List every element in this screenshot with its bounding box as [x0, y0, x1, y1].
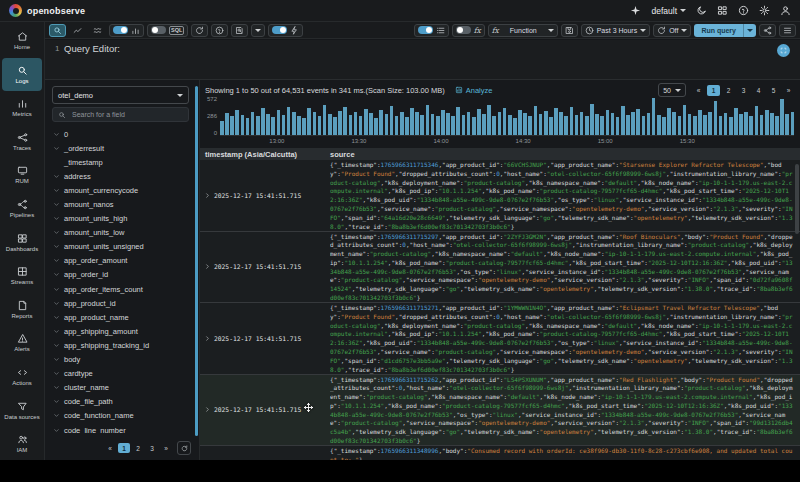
field-item-amount_nanos[interactable]: amount_nanos [45, 197, 194, 211]
visualize-button[interactable] [69, 24, 86, 37]
field-item-body[interactable]: body [45, 353, 194, 367]
chevron-right-icon[interactable] [204, 335, 211, 342]
saved-views-expand-button[interactable] [251, 24, 265, 37]
apps-icon[interactable] [717, 5, 728, 16]
table-row[interactable]: 2025-12-17 15:41:51.715{"_timestamp":176… [200, 160, 800, 232]
saved-views-button[interactable] [231, 24, 248, 37]
patterns-button[interactable] [89, 24, 106, 37]
wrap-lines-toggle[interactable] [418, 26, 433, 34]
pagination-page-5[interactable]: 5 [767, 85, 780, 96]
pagination-last[interactable]: » [160, 443, 172, 453]
pagination-first[interactable]: « [692, 85, 705, 96]
field-item-_orderresult[interactable]: _orderresult [45, 141, 194, 155]
user-profile-icon[interactable] [780, 5, 791, 16]
sidebar-item-reports[interactable]: Reports [2, 293, 42, 327]
field-item-code_file_path[interactable]: code_file_path [45, 395, 194, 409]
sidebar-item-data-sources[interactable]: Data sources [2, 394, 42, 428]
timestamp-column-header[interactable]: timestamp (Asia/Calcutta) [200, 150, 330, 159]
time-range-picker[interactable]: Past 3 Hours [581, 24, 650, 37]
menu-button[interactable] [779, 24, 796, 37]
chevron-right-icon[interactable] [204, 406, 211, 413]
pagination-page-4[interactable]: 4 [752, 85, 765, 96]
field-item-amount_currencycode[interactable]: amount_currencycode [45, 183, 194, 197]
stream-select[interactable]: otel_demo [52, 86, 189, 104]
pagination-page-3[interactable]: 3 [146, 443, 158, 453]
field-item-cardtype[interactable]: cardtype [45, 367, 194, 381]
field-item-app_shipping_tracking_id[interactable]: app_shipping_tracking_id [45, 338, 194, 352]
histogram-bar [585, 116, 589, 135]
sidebar-item-alerts[interactable]: Alerts [2, 326, 42, 360]
field-search-input[interactable] [70, 110, 183, 119]
save-function-button[interactable] [561, 24, 578, 37]
run-query-options[interactable] [743, 24, 756, 37]
source-column-header[interactable]: source [330, 150, 800, 159]
sidebar-item-actions[interactable]: Actions [2, 360, 42, 394]
sidebar-item-dashboards[interactable]: Dashboards [2, 226, 42, 260]
pagination-page-3[interactable]: 3 [737, 85, 750, 96]
share-button[interactable] [759, 24, 776, 37]
histogram-bars[interactable] [220, 98, 794, 136]
field-item-app_order_items_count[interactable]: app_order_items_count [45, 282, 194, 296]
field-item-app_order_amount[interactable]: app_order_amount [45, 254, 194, 268]
run-query-button[interactable]: Run query [694, 24, 756, 37]
page-size-select[interactable]: 50 [658, 83, 686, 97]
sidebar-item-home[interactable]: Home [2, 24, 42, 58]
theme-toggle-icon[interactable] [696, 5, 707, 16]
organization-select[interactable]: default [651, 6, 686, 16]
function-toggle[interactable] [456, 26, 471, 34]
sidebar-item-logs[interactable]: Logs [2, 58, 42, 92]
table-row[interactable]: 2025-12-17 15:41:51.715{"_timestamp":176… [200, 375, 800, 447]
reset-filters-button[interactable] [191, 24, 208, 37]
table-row[interactable]: 2025-12-17 15:41:51.715{"_timestamp":176… [200, 303, 800, 375]
field-item-app_product_id[interactable]: app_product_id [45, 296, 194, 310]
sidebar-item-traces[interactable]: Traces [2, 125, 42, 159]
histogram-toggle[interactable] [113, 26, 128, 34]
pagination-page-1[interactable]: 1 [707, 85, 720, 96]
sidebar-item-metrics[interactable]: Metrics [2, 91, 42, 125]
table-row[interactable]: {"_timestamp":1765966311348996,"body":"C… [200, 446, 800, 460]
field-item-cluster_name[interactable]: cluster_name [45, 381, 194, 395]
expand-editor-button[interactable] [777, 44, 790, 57]
row-timestamp: 2025-12-17 15:41:51.715 [214, 335, 301, 342]
field-item-amount_units_low[interactable]: amount_units_low [45, 226, 194, 240]
function-select[interactable]: fx Function [488, 24, 558, 37]
field-item-address[interactable]: address [45, 169, 194, 183]
pagination-last[interactable]: » [782, 85, 795, 96]
pagination-page-1[interactable]: 1 [118, 443, 130, 453]
results-scrollbar[interactable] [795, 164, 799, 234]
query-editor[interactable]: 1 Query Editor: [45, 40, 800, 80]
field-item-0[interactable]: 0 [45, 127, 194, 141]
histogram-bar [374, 118, 378, 135]
settings-gear-icon[interactable] [759, 5, 770, 16]
refresh-interval-picker[interactable]: Off [653, 24, 691, 37]
sidebar-item-iam[interactable]: IAM [2, 427, 42, 460]
field-item-amount_units_high[interactable]: amount_units_high [45, 212, 194, 226]
histogram-bar [528, 116, 532, 135]
field-item-app_shipping_amount[interactable]: app_shipping_amount [45, 324, 194, 338]
pagination-first[interactable]: « [104, 443, 116, 453]
help-button[interactable] [211, 24, 228, 37]
field-item-app_order_id[interactable]: app_order_id [45, 268, 194, 282]
chevron-right-icon[interactable] [204, 263, 211, 270]
sql-mode-toggle[interactable] [151, 26, 166, 34]
field-item-app_product_name[interactable]: app_product_name [45, 310, 194, 324]
pagination-page-2[interactable]: 2 [722, 85, 735, 96]
histogram-bar [770, 113, 774, 135]
field-item-amount_units_unsigned[interactable]: amount_units_unsigned [45, 240, 194, 254]
field-item-code_line_number[interactable]: code_line_number [45, 423, 194, 434]
field-item-_timestamp[interactable]: _timestamp [45, 155, 194, 169]
fields-scrollbar[interactable] [195, 86, 198, 436]
analyze-button[interactable]: Analyze [455, 86, 493, 95]
ai-assistant-icon[interactable] [630, 5, 641, 16]
table-row[interactable]: 2025-12-17 15:41:51.715{"_timestamp":176… [200, 232, 800, 304]
field-item-code_function_name[interactable]: code_function_name [45, 409, 194, 423]
refresh-fields-button[interactable] [177, 441, 191, 455]
chevron-right-icon[interactable] [204, 192, 211, 199]
pagination-page-2[interactable]: 2 [132, 443, 144, 453]
sidebar-item-streams[interactable]: Streams [2, 259, 42, 293]
quick-mode-toggle[interactable] [272, 26, 287, 34]
search-mode-button[interactable] [49, 24, 66, 37]
help-icon[interactable] [738, 5, 749, 16]
sidebar-item-rum[interactable]: RUM [2, 158, 42, 192]
sidebar-item-pipelines[interactable]: Pipelines [2, 192, 42, 226]
